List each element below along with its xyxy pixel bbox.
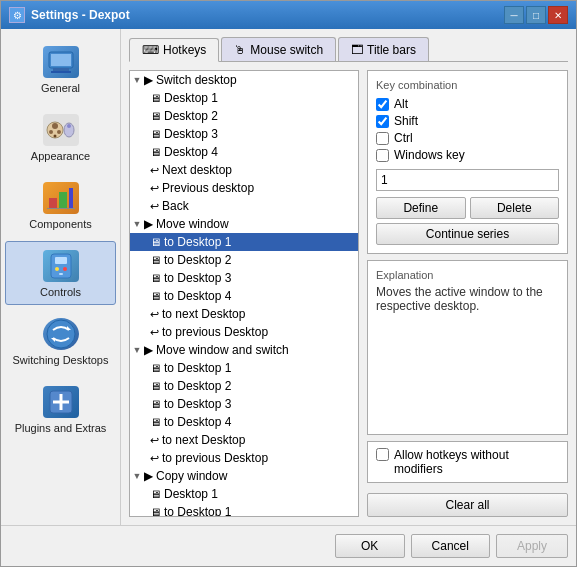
desktop1-icon: 🖥 [150, 92, 161, 104]
svg-point-20 [47, 320, 75, 348]
ms-d2-label: to Desktop 2 [164, 379, 231, 393]
tree-item-ms-desktop3[interactable]: 🖥 to Desktop 3 [130, 395, 358, 413]
svg-point-17 [55, 267, 59, 271]
tree-item-ms-prev[interactable]: ↩ to previous Desktop [130, 449, 358, 467]
sidebar-item-switching[interactable]: Switching Desktops [5, 309, 116, 373]
tree-item-move-next[interactable]: ↩ to next Desktop [130, 305, 358, 323]
tree-item-ms-desktop4[interactable]: 🖥 to Desktop 4 [130, 413, 358, 431]
tree-item-prev-desktop[interactable]: ↩ Previous desktop [130, 179, 358, 197]
define-button[interactable]: Define [376, 197, 466, 219]
allow-hotkeys-checkbox[interactable] [376, 448, 389, 461]
hotkeys-tree[interactable]: ▼ ▶ Switch desktop 🖥 Desktop 1 🖥 Desktop… [129, 70, 359, 517]
sidebar-item-general[interactable]: General [5, 37, 116, 101]
switching-icon [43, 318, 79, 350]
back-label: Back [162, 199, 189, 213]
tree-item-move-desktop3[interactable]: 🖥 to Desktop 3 [130, 269, 358, 287]
ms-next-icon: ↩ [150, 434, 159, 447]
copy-d0-icon: 🖥 [150, 488, 161, 500]
move-switch-icon: ▶ [144, 343, 153, 357]
windows-key-checkbox[interactable] [376, 149, 389, 162]
explanation-title: Explanation [376, 269, 559, 281]
svg-rect-12 [59, 192, 67, 208]
tree-item-ms-next[interactable]: ↩ to next Desktop [130, 431, 358, 449]
tree-item-move-prev[interactable]: ↩ to previous Desktop [130, 323, 358, 341]
appearance-icon [43, 114, 79, 146]
move-next-icon: ↩ [150, 308, 159, 321]
appearance-icon-wrapper [41, 112, 81, 148]
content-area: General [1, 29, 576, 525]
switch-section-label: Switch desktop [156, 73, 237, 87]
desktop2-label: Desktop 2 [164, 109, 218, 123]
allow-hotkeys-label[interactable]: Allow hotkeys without modifiers [394, 448, 559, 476]
sidebar-item-components[interactable]: Components [5, 173, 116, 237]
titlebars-tab-icon: 🗔 [351, 43, 363, 57]
title-buttons: ─ □ ✕ [504, 6, 568, 24]
tab-mouse-switch[interactable]: 🖱 Mouse switch [221, 37, 336, 61]
close-button[interactable]: ✕ [548, 6, 568, 24]
svg-rect-11 [49, 198, 57, 208]
tree-item-ms-desktop1[interactable]: 🖥 to Desktop 1 [130, 359, 358, 377]
continue-series-button[interactable]: Continue series [376, 223, 559, 245]
plugins-icon [43, 386, 79, 418]
windows-key-row: Windows key [376, 148, 559, 162]
maximize-button[interactable]: □ [526, 6, 546, 24]
shift-checkbox[interactable] [376, 115, 389, 128]
delete-button[interactable]: Delete [470, 197, 560, 219]
tree-section-switch[interactable]: ▼ ▶ Switch desktop [130, 71, 358, 89]
tree-item-desktop2[interactable]: 🖥 Desktop 2 [130, 107, 358, 125]
ms-prev-label: to previous Desktop [162, 451, 268, 465]
ms-next-label: to next Desktop [162, 433, 245, 447]
ctrl-label[interactable]: Ctrl [394, 131, 413, 145]
expand-move-switch: ▼ [132, 345, 142, 355]
svg-rect-1 [53, 68, 69, 71]
tab-title-bars[interactable]: 🗔 Title bars [338, 37, 429, 61]
plugins-svg [47, 388, 75, 416]
alt-label[interactable]: Alt [394, 97, 408, 111]
ctrl-checkbox[interactable] [376, 132, 389, 145]
mouse-tab-icon: 🖱 [234, 43, 246, 57]
move-d3-icon: 🖥 [150, 272, 161, 284]
tree-item-move-desktop1[interactable]: 🖥 to Desktop 1 [130, 233, 358, 251]
move-switch-label: Move window and switch [156, 343, 289, 357]
tree-section-move-switch[interactable]: ▼ ▶ Move window and switch [130, 341, 358, 359]
tab-hotkeys[interactable]: ⌨ Hotkeys [129, 38, 219, 62]
shift-label[interactable]: Shift [394, 114, 418, 128]
tree-section-copy[interactable]: ▼ ▶ Copy window [130, 467, 358, 485]
tree-item-next-desktop[interactable]: ↩ Next desktop [130, 161, 358, 179]
tree-item-copy-d0[interactable]: 🖥 Desktop 1 [130, 485, 358, 503]
ok-button[interactable]: OK [335, 534, 405, 558]
svg-point-5 [52, 123, 58, 129]
clear-all-button[interactable]: Clear all [367, 493, 568, 517]
tree-item-ms-desktop2[interactable]: 🖥 to Desktop 2 [130, 377, 358, 395]
sidebar-item-appearance[interactable]: Appearance [5, 105, 116, 169]
tree-item-move-desktop4[interactable]: 🖥 to Desktop 4 [130, 287, 358, 305]
alt-checkbox[interactable] [376, 98, 389, 111]
right-panel: Key combination Alt Shift Ctrl [367, 70, 568, 517]
tree-section-move[interactable]: ▼ ▶ Move window [130, 215, 358, 233]
key-value-input[interactable] [376, 169, 559, 191]
svg-rect-14 [47, 208, 75, 209]
copy-section-icon: ▶ [144, 469, 153, 483]
sidebar-item-controls[interactable]: Controls [5, 241, 116, 305]
middle-section: ▼ ▶ Switch desktop 🖥 Desktop 1 🖥 Desktop… [129, 70, 568, 517]
tree-item-desktop1[interactable]: 🖥 Desktop 1 [130, 89, 358, 107]
minimize-button[interactable]: ─ [504, 6, 524, 24]
move-section-label: Move window [156, 217, 229, 231]
tree-item-desktop4[interactable]: 🖥 Desktop 4 [130, 143, 358, 161]
tree-item-move-desktop2[interactable]: 🖥 to Desktop 2 [130, 251, 358, 269]
tree-item-desktop3[interactable]: 🖥 Desktop 3 [130, 125, 358, 143]
tree-item-copy-d1[interactable]: 🖥 to Desktop 1 [130, 503, 358, 517]
apply-button[interactable]: Apply [496, 534, 568, 558]
define-delete-row: Define Delete [376, 197, 559, 219]
sidebar-item-plugins[interactable]: Plugins and Extras [5, 377, 116, 441]
desktop3-label: Desktop 3 [164, 127, 218, 141]
move-d2-label: to Desktop 2 [164, 253, 231, 267]
ctrl-row: Ctrl [376, 131, 559, 145]
tree-item-back[interactable]: ↩ Back [130, 197, 358, 215]
desktop3-icon: 🖥 [150, 128, 161, 140]
general-svg [47, 50, 75, 74]
move-prev-label: to previous Desktop [162, 325, 268, 339]
cancel-button[interactable]: Cancel [411, 534, 490, 558]
sidebar-label-general: General [41, 82, 80, 94]
windows-key-label[interactable]: Windows key [394, 148, 465, 162]
